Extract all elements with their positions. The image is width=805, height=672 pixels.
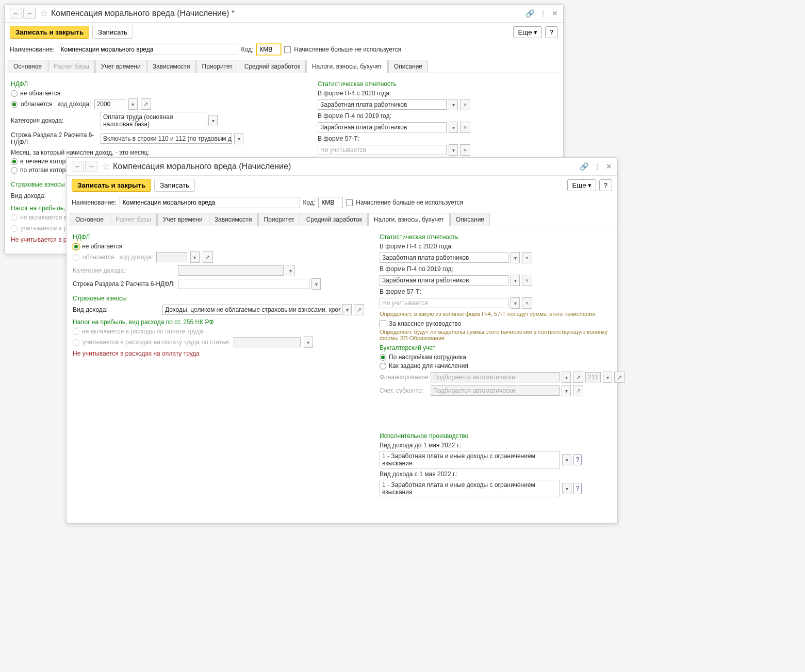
help-button[interactable]: ? — [599, 179, 612, 191]
code-label: Код: — [241, 46, 254, 53]
dropdown-icon[interactable]: ▾ — [511, 252, 520, 263]
save-button[interactable]: Записать — [92, 26, 133, 39]
ndfl-radio-notax[interactable] — [73, 243, 79, 250]
link-icon[interactable]: 🔗 — [580, 162, 588, 171]
profit-article-select — [234, 337, 301, 347]
tab-main[interactable]: Основное — [8, 60, 47, 73]
p4-2019-select[interactable]: Заработная плата работников — [318, 122, 447, 132]
dropdown-icon[interactable]: ▾ — [449, 99, 458, 110]
window-2: ← → ☆ Компенсация морального вреда (Начи… — [66, 157, 618, 524]
nav-back-button[interactable]: ← — [72, 161, 84, 172]
save-close-button[interactable]: Записать и закрыть — [72, 179, 151, 192]
f57-select[interactable]: Не учитывается — [318, 145, 447, 155]
tab-priority[interactable]: Приоритет — [258, 213, 300, 226]
tab-base[interactable]: Расчет базы — [110, 213, 157, 226]
code-input[interactable] — [318, 197, 343, 208]
line-label: Строка Раздела 2 Расчета 6-НДФЛ: — [11, 131, 98, 146]
tab-avg[interactable]: Средний заработок — [301, 213, 368, 226]
kind-select[interactable]: Доходы, целиком не облагаемые страховыми… — [162, 305, 340, 315]
clear-icon[interactable]: × — [522, 252, 532, 263]
p4-2020-select[interactable]: Заработная плата работников — [380, 253, 508, 263]
favorite-star-icon[interactable]: ☆ — [40, 8, 48, 19]
code-input[interactable] — [256, 44, 281, 55]
open-icon[interactable]: ↗ — [354, 304, 364, 315]
help-icon[interactable]: ? — [573, 454, 582, 465]
save-close-button[interactable]: Записать и закрыть — [10, 26, 89, 39]
class-checkbox[interactable] — [380, 321, 386, 327]
more-vert-icon[interactable]: ⋮ — [594, 162, 601, 171]
dropdown-icon[interactable]: ▾ — [449, 144, 458, 156]
cat-select[interactable]: Оплата труда (основная налоговая база) — [101, 112, 206, 129]
line-select[interactable]: Включать в строки 110 и 112 (по трудовым… — [101, 133, 232, 144]
month-radio-during[interactable] — [11, 158, 18, 165]
clear-icon[interactable]: × — [522, 297, 532, 309]
dropdown-icon[interactable]: ▾ — [449, 122, 458, 133]
clear-icon[interactable]: × — [460, 122, 470, 133]
dropdown-icon[interactable]: ▾ — [208, 115, 218, 126]
tab-deps[interactable]: Зависимости — [147, 60, 196, 73]
open-icon[interactable]: ↗ — [141, 98, 151, 110]
clear-icon[interactable]: × — [460, 144, 470, 156]
exec-before-select[interactable]: 1 - Заработная плата и иные доходы с огр… — [380, 451, 560, 468]
tab-avg[interactable]: Средний заработок — [239, 60, 306, 73]
stat-title: Статистическая отчетность — [318, 80, 563, 88]
ndfl-tax-label: облагается — [83, 254, 114, 261]
tab-base[interactable]: Расчет базы — [48, 60, 95, 73]
dropdown-icon[interactable]: ▾ — [128, 98, 138, 110]
unused-checkbox[interactable] — [284, 46, 291, 53]
acc-opt1-label: По настройкам сотрудника — [389, 354, 466, 361]
ndfl-radio-notax[interactable] — [11, 90, 18, 97]
clear-icon[interactable]: × — [460, 99, 470, 110]
month-radio-after[interactable] — [11, 167, 18, 174]
favorite-star-icon[interactable]: ☆ — [102, 161, 110, 172]
acc-radio-1[interactable] — [380, 354, 386, 361]
more-button[interactable]: Еще▾ — [513, 26, 541, 38]
link-icon[interactable]: 🔗 — [525, 9, 534, 18]
name-label: Наименование: — [72, 199, 117, 206]
dropdown-icon[interactable]: ▾ — [511, 275, 520, 286]
more-vert-icon[interactable]: ⋮ — [539, 9, 547, 18]
tab-deps[interactable]: Зависимости — [209, 213, 258, 226]
tab-taxes[interactable]: Налоги, взносы, бухучет — [368, 213, 450, 226]
nav-forward-button[interactable]: → — [23, 8, 36, 19]
clear-icon[interactable]: × — [522, 275, 532, 286]
dropdown-icon[interactable]: ▾ — [342, 304, 352, 315]
p4-2020-select[interactable]: Заработная плата работников — [318, 99, 447, 110]
tab-time[interactable]: Учет времени — [157, 213, 208, 226]
p4-2019-select[interactable]: Заработная плата работников — [380, 275, 508, 285]
tab-time[interactable]: Учет времени — [95, 60, 146, 73]
nav-back-button[interactable]: ← — [10, 8, 22, 19]
more-button[interactable]: Еще▾ — [567, 179, 596, 191]
acc-radio-2[interactable] — [380, 363, 386, 369]
titlebar: ← → ☆ Компенсация морального вреда (Начи… — [67, 158, 617, 176]
help-icon[interactable]: ? — [573, 483, 582, 494]
dropdown-icon: ▾ — [562, 372, 571, 383]
tab-taxes[interactable]: Налоги, взносы, бухучет — [306, 60, 388, 73]
f57-select[interactable]: Не учитывается — [380, 298, 508, 308]
tab-desc[interactable]: Описание — [450, 213, 490, 226]
income-code-input[interactable]: 2000 — [94, 99, 125, 109]
help-button[interactable]: ? — [545, 26, 558, 38]
save-button[interactable]: Записать — [154, 179, 195, 192]
dropdown-icon[interactable]: ▾ — [234, 133, 243, 144]
ndfl-radio-tax[interactable] — [11, 101, 18, 108]
dropdown-icon[interactable]: ▾ — [311, 278, 321, 290]
dropdown-icon[interactable]: ▾ — [511, 297, 520, 309]
exec-title: Исполнительное производство — [380, 432, 625, 440]
ndfl-radio-tax[interactable] — [73, 254, 79, 261]
exec-after-select[interactable]: 1 - Заработная плата и иные доходы с огр… — [380, 480, 560, 497]
close-icon[interactable]: ✕ — [606, 162, 612, 171]
close-icon[interactable]: ✕ — [552, 9, 558, 18]
tab-desc[interactable]: Описание — [388, 60, 428, 73]
unused-checkbox[interactable] — [346, 199, 353, 206]
nav-forward-button[interactable]: → — [85, 161, 97, 172]
name-input[interactable] — [120, 197, 300, 208]
tab-main[interactable]: Основное — [70, 213, 109, 226]
ndfl-notax-label: не облагается — [20, 90, 60, 97]
tab-priority[interactable]: Приоритет — [196, 60, 238, 73]
name-input[interactable] — [58, 44, 238, 55]
line-select[interactable] — [178, 279, 309, 289]
dropdown-icon[interactable]: ▾ — [562, 454, 571, 465]
fin-label: Финансирование: — [380, 374, 429, 381]
dropdown-icon[interactable]: ▾ — [562, 483, 571, 494]
